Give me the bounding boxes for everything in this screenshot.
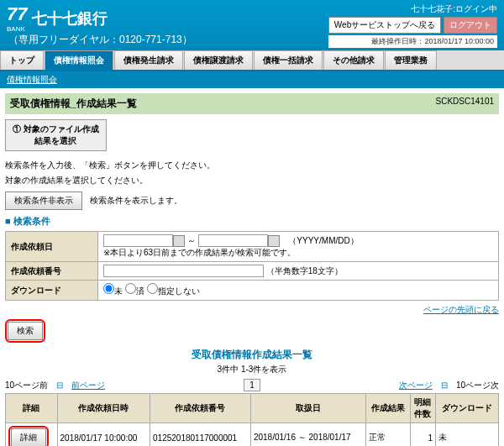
tab-joto[interactable]: 債権譲渡請求 — [184, 50, 253, 70]
cell-count: 1 — [410, 423, 435, 446]
bank-name: 七十七銀行 — [32, 8, 108, 29]
date-from-input[interactable] — [103, 234, 173, 247]
label-download: ダウンロード — [6, 281, 98, 301]
date-sep: ～ — [187, 236, 196, 245]
col-count: 明細 件数 — [410, 394, 435, 423]
label-request-no: 作成依頼番号 — [6, 262, 98, 281]
result-table: 詳細 作成依頼日時 作成依頼番号 取扱日 作成結果 明細 件数 ダウンロード 詳… — [5, 393, 499, 446]
login-status: 七十七花子:ログイン中 — [328, 3, 497, 15]
back-to-top-link[interactable]: ページの先頭に戻る — [423, 305, 499, 314]
cell-datetime: 2018/01/17 10:00:00 — [57, 423, 150, 446]
search-form: 作成依頼日 ～ （YYYY/MM/DD） ※本日より63日前までの作成結果が検索… — [5, 231, 499, 301]
cell-reqno: 012520180117000001 — [150, 423, 251, 446]
col-range: 取扱日 — [250, 394, 365, 423]
instruction-1: 検索条件を入力後、「検索」ボタンを押してください。 — [5, 160, 499, 171]
result-list-title: 受取債権情報作成結果一覧 — [5, 348, 499, 362]
web-top-button[interactable]: Webサービストップへ戻る — [328, 17, 441, 34]
cell-download: 未 — [435, 423, 498, 446]
page-10-prev[interactable]: 10ページ前 — [5, 380, 48, 391]
conditions-header: 検索条件 — [5, 215, 499, 228]
table-row: 詳細 2018/01/17 10:00:00 01252018011700000… — [6, 423, 499, 446]
col-result: 作成結果 — [366, 394, 411, 423]
page-number: 1 — [244, 379, 260, 391]
bank-number: 77 — [7, 3, 27, 24]
tab-kanri[interactable]: 管理業務 — [385, 50, 437, 70]
hide-note: 検索条件を表示します。 — [90, 196, 182, 205]
last-operation: 最終操作日時：2018/01/17 10:00:00 — [328, 35, 497, 48]
prev-page[interactable]: 前ページ — [71, 380, 105, 391]
col-reqno: 作成依頼番号 — [150, 394, 251, 423]
section-title-bar: 受取債権情報_作成結果一覧 SCKDSC14101 — [5, 93, 499, 114]
col-download: ダウンロード — [435, 394, 498, 423]
section-title: 受取債権情報_作成結果一覧 — [10, 97, 137, 111]
logout-button[interactable]: ログアウト — [444, 17, 497, 34]
label-create-date: 作成依頼日 — [6, 232, 98, 262]
request-no-input[interactable] — [103, 265, 264, 277]
cell-result: 正常 — [366, 423, 411, 446]
tab-hassei[interactable]: 債権発生請求 — [114, 50, 183, 70]
header: 77BANK 七十七銀行 （専用フリーダイヤル：0120-771-713） 七十… — [0, 0, 504, 50]
detail-button[interactable]: 詳細 — [11, 428, 46, 446]
main-tabs: トップ 債権情報照会 債権発生請求 債権譲渡請求 債権一括請求 その他請求 管理… — [0, 50, 504, 71]
dl-radio-sumi[interactable] — [125, 283, 136, 294]
reqno-note: （半角数字18文字） — [266, 266, 343, 275]
cell-range: 2018/01/16 ～ 2018/01/17 — [250, 423, 365, 446]
prev-icon[interactable]: ⊟ — [56, 380, 63, 390]
calendar-icon[interactable] — [268, 235, 280, 247]
subbar-link[interactable]: 債権情報照会 — [7, 75, 57, 84]
tab-ikkatsu[interactable]: 債権一括請求 — [254, 50, 323, 70]
tab-saiken-shokai[interactable]: 債権情報照会 — [45, 50, 113, 70]
calendar-icon[interactable] — [173, 235, 185, 247]
next-icon[interactable]: ⊟ — [441, 380, 448, 390]
hide-conditions-button[interactable]: 検索条件非表示 — [5, 192, 82, 210]
bank-sub: BANK — [7, 25, 27, 33]
tab-sonota[interactable]: その他請求 — [323, 50, 384, 70]
search-button[interactable]: 検索 — [8, 322, 43, 340]
step-indicator: ① 対象のファイル作成 結果を選択 — [5, 119, 107, 151]
screen-id: SCKDSC14101 — [436, 97, 494, 111]
dl-radio-none[interactable] — [147, 283, 158, 294]
next-page[interactable]: 次ページ — [399, 380, 433, 391]
instruction-2: 対象の作成結果を選択してください。 — [5, 175, 499, 186]
page-10-next[interactable]: 10ページ次 — [456, 380, 499, 391]
col-datetime: 作成依頼日時 — [57, 394, 150, 423]
pager-top: 10ページ前⊟前ページ 1 次ページ⊟10ページ次 — [5, 379, 499, 391]
result-list-sub: 3件中 1-3件を表示 — [5, 364, 499, 375]
dl-radio-mi[interactable] — [103, 283, 114, 294]
date-to-input[interactable] — [198, 234, 268, 247]
col-detail: 詳細 — [6, 394, 58, 423]
tab-top[interactable]: トップ — [0, 50, 44, 70]
